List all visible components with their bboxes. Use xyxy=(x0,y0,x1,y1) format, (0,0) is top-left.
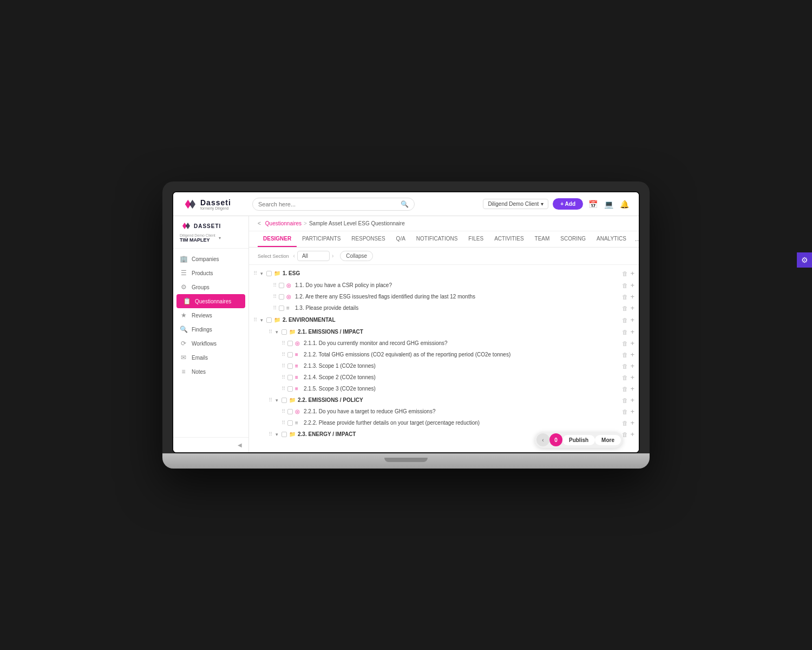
sidebar-item-notes[interactable]: ≡ Notes xyxy=(173,365,248,379)
row-checkbox[interactable] xyxy=(287,352,293,358)
delete-button[interactable]: 🗑 xyxy=(622,294,628,300)
sidebar-item-emails[interactable]: ✉ Emails xyxy=(173,350,248,365)
expand-button[interactable]: ▾ xyxy=(259,317,264,323)
more-button[interactable]: More xyxy=(595,435,621,445)
tab-analytics[interactable]: ANALYTICS xyxy=(591,231,632,247)
user-dropdown[interactable]: Diligend Demo Client TIM MAPLEY ▾ xyxy=(180,233,242,243)
delete-button[interactable]: 🗑 xyxy=(622,352,628,358)
tab-scoring[interactable]: SCORING xyxy=(555,231,591,247)
search-bar[interactable]: 🔍 xyxy=(252,198,415,211)
row-checkbox[interactable] xyxy=(281,398,287,403)
row-checkbox[interactable] xyxy=(281,432,287,437)
client-selector[interactable]: Diligend Demo Client ▾ xyxy=(483,199,548,209)
row-checkbox[interactable] xyxy=(287,363,293,369)
delete-button[interactable]: 🗑 xyxy=(622,374,628,381)
monitor-icon[interactable]: 💻 xyxy=(603,199,614,210)
drag-handle[interactable]: ⠿ xyxy=(273,282,277,288)
prev-arrow-button[interactable]: ‹ xyxy=(536,433,549,446)
add-item-button[interactable]: + xyxy=(630,281,634,289)
add-item-button[interactable]: + xyxy=(630,328,634,336)
drag-handle[interactable]: ⠿ xyxy=(269,431,272,437)
drag-handle[interactable]: ⠿ xyxy=(269,397,272,403)
delete-button[interactable]: 🗑 xyxy=(622,329,628,335)
row-checkbox[interactable] xyxy=(287,420,293,426)
drag-handle[interactable]: ⠿ xyxy=(273,294,277,300)
section-prev-button[interactable]: ‹ xyxy=(293,253,295,259)
sidebar-item-questionnaires[interactable]: 📋 Questionnaires xyxy=(176,294,245,308)
tab-more[interactable]: ... ▾ xyxy=(632,232,639,246)
row-checkbox[interactable] xyxy=(279,283,284,288)
drag-handle[interactable]: ⠿ xyxy=(281,352,285,358)
drag-handle[interactable]: ⠿ xyxy=(253,317,257,323)
tab-qa[interactable]: Q/A xyxy=(391,231,411,247)
add-button[interactable]: + Add xyxy=(553,198,583,210)
drag-handle[interactable]: ⠿ xyxy=(281,374,285,380)
tab-responses[interactable]: RESPONSES xyxy=(346,231,390,247)
row-checkbox[interactable] xyxy=(266,317,272,323)
add-item-button[interactable]: + xyxy=(630,269,634,277)
breadcrumb-parent[interactable]: Questionnaires xyxy=(265,220,302,226)
delete-button[interactable]: 🗑 xyxy=(622,363,628,369)
add-item-button[interactable]: + xyxy=(630,396,634,404)
search-input[interactable] xyxy=(258,201,397,207)
row-checkbox[interactable] xyxy=(287,375,293,380)
delete-button[interactable]: 🗑 xyxy=(622,317,628,323)
collapse-button[interactable]: Collapse xyxy=(340,251,373,261)
row-checkbox[interactable] xyxy=(279,306,284,311)
calendar-icon[interactable]: 📅 xyxy=(587,199,599,210)
add-item-button[interactable]: + xyxy=(630,385,634,393)
expand-button[interactable]: ▾ xyxy=(274,432,279,437)
tab-activities[interactable]: ACTIVITIES xyxy=(489,231,529,247)
add-item-button[interactable]: + xyxy=(630,350,634,359)
drag-handle[interactable]: ⠿ xyxy=(269,329,272,335)
add-item-button[interactable]: + xyxy=(630,292,634,301)
drag-handle[interactable]: ⠿ xyxy=(281,386,285,392)
row-checkbox[interactable] xyxy=(287,409,293,414)
drag-handle[interactable]: ⠿ xyxy=(281,363,285,369)
sidebar-item-products[interactable]: ☰ Products xyxy=(173,266,248,280)
sidebar-item-companies[interactable]: 🏢 Companies xyxy=(173,252,248,266)
add-item-button[interactable]: + xyxy=(630,339,634,347)
row-checkbox[interactable] xyxy=(279,294,284,300)
section-next-button[interactable]: › xyxy=(332,253,333,259)
sidebar-item-workflows[interactable]: ⟳ Workflows xyxy=(173,336,248,350)
add-item-button[interactable]: + xyxy=(630,373,634,381)
drag-handle[interactable]: ⠿ xyxy=(253,270,257,276)
add-item-button[interactable]: + xyxy=(630,362,634,370)
tab-team[interactable]: TEAM xyxy=(529,231,555,247)
delete-button[interactable]: 🗑 xyxy=(622,282,628,289)
delete-button[interactable]: 🗑 xyxy=(622,305,628,311)
row-checkbox[interactable] xyxy=(287,386,293,392)
sidebar-collapse-button[interactable]: ◀ xyxy=(173,437,248,452)
sidebar-item-groups[interactable]: ⚙ Groups xyxy=(173,280,248,294)
delete-button[interactable]: 🗑 xyxy=(622,386,628,392)
publish-button[interactable]: Publish xyxy=(562,435,595,445)
tab-notifications[interactable]: NOTIFICATIONS xyxy=(411,231,463,247)
bell-icon[interactable]: 🔔 xyxy=(619,199,630,210)
expand-button[interactable]: ▾ xyxy=(274,398,279,403)
drag-handle[interactable]: ⠿ xyxy=(281,408,285,414)
sidebar-item-reviews[interactable]: ★ Reviews xyxy=(173,308,248,322)
row-checkbox[interactable] xyxy=(281,329,287,335)
expand-button[interactable]: ▾ xyxy=(259,271,264,276)
expand-button[interactable]: ▾ xyxy=(274,329,279,335)
add-item-button[interactable]: + xyxy=(630,316,634,324)
add-item-button[interactable]: + xyxy=(630,419,634,427)
drag-handle[interactable]: ⠿ xyxy=(281,420,285,426)
add-item-button[interactable]: + xyxy=(630,430,634,438)
add-item-button[interactable]: + xyxy=(630,304,634,312)
sidebar-item-findings[interactable]: 🔍 Findings xyxy=(173,322,248,336)
delete-button[interactable]: 🗑 xyxy=(622,270,628,277)
drag-handle[interactable]: ⠿ xyxy=(273,305,277,311)
add-item-button[interactable]: + xyxy=(630,407,634,415)
delete-button[interactable]: 🗑 xyxy=(622,420,628,426)
delete-button[interactable]: 🗑 xyxy=(622,397,628,404)
delete-button[interactable]: 🗑 xyxy=(622,431,628,438)
breadcrumb-back-button[interactable]: < xyxy=(258,220,261,226)
row-checkbox[interactable] xyxy=(266,271,272,276)
delete-button[interactable]: 🗑 xyxy=(622,340,628,347)
delete-button[interactable]: 🗑 xyxy=(622,408,628,415)
drag-handle[interactable]: ⠿ xyxy=(281,340,285,346)
section-dropdown[interactable]: All xyxy=(297,251,330,261)
tab-designer[interactable]: DESIGNER xyxy=(258,231,297,247)
